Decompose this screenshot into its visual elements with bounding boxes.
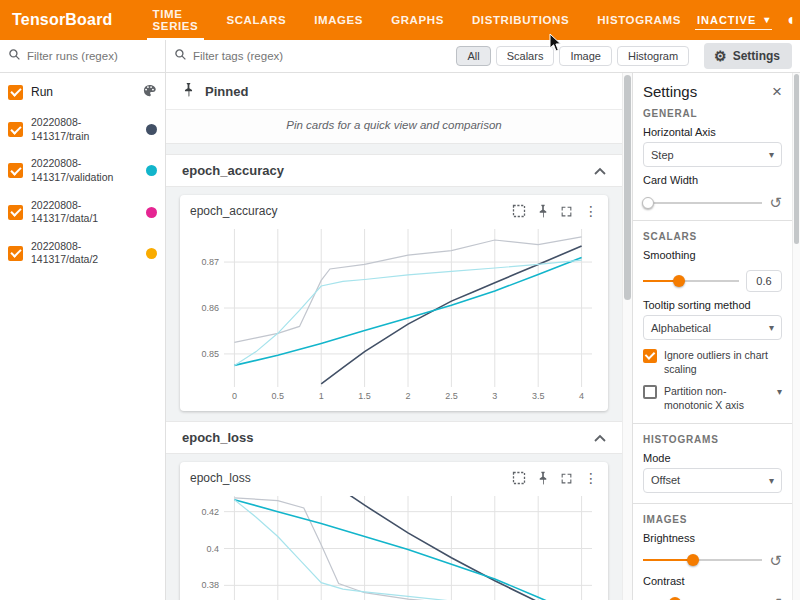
pinned-title: Pinned <box>205 84 248 99</box>
slider-thumb[interactable] <box>673 275 685 287</box>
run-row-data-2[interactable]: 20220808-141317/data/2 <box>0 233 165 274</box>
reset-icon[interactable]: ↺ <box>769 195 782 210</box>
section-title: epoch_loss <box>182 430 254 445</box>
section-header-epoch-loss[interactable]: epoch_loss <box>166 421 622 454</box>
section-title: epoch_accuracy <box>182 163 284 178</box>
brightness-label: Brightness <box>643 532 782 544</box>
pin-icon[interactable] <box>537 204 549 218</box>
run-checkbox[interactable] <box>8 122 23 137</box>
fullscreen-icon[interactable] <box>560 205 573 218</box>
brightness-slider[interactable] <box>643 554 762 566</box>
card-zone: epoch_accuracy <box>166 187 622 421</box>
run-row-validation[interactable]: 20220808-141317/validation <box>0 150 165 191</box>
more-options-icon[interactable]: ⋮ <box>584 203 598 219</box>
chevron-up-icon[interactable] <box>594 163 606 178</box>
histograms-heading: HISTOGRAMS <box>643 434 782 445</box>
cards-main-area: Pinned Pin cards for a quick view and co… <box>166 73 622 600</box>
svg-text:3: 3 <box>492 391 497 401</box>
card-title: epoch_loss <box>190 471 512 485</box>
tab-distributions[interactable]: DISTRIBUTIONS <box>458 0 583 40</box>
fullscreen-icon[interactable] <box>560 472 573 485</box>
run-row-train[interactable]: 20220808-141317/train <box>0 109 165 150</box>
run-color-dot[interactable] <box>146 207 157 218</box>
tab-images[interactable]: IMAGES <box>300 0 377 40</box>
fit-domain-icon[interactable] <box>512 471 526 485</box>
smoothing-slider[interactable] <box>643 275 739 287</box>
divider <box>633 220 792 221</box>
reset-icon[interactable]: ↺ <box>769 596 782 600</box>
chip-all[interactable]: All <box>456 46 490 66</box>
tab-scalars[interactable]: SCALARS <box>212 0 300 40</box>
reset-icon[interactable]: ↺ <box>769 553 782 568</box>
palette-icon[interactable] <box>142 83 157 101</box>
chevron-down-icon: ▾ <box>769 149 774 160</box>
svg-text:0.38: 0.38 <box>201 580 219 590</box>
reload-status-dropdown[interactable]: INACTIVE ▾ <box>695 11 772 30</box>
settings-scrollbar[interactable] <box>792 73 800 600</box>
main-scrollbar[interactable] <box>622 73 632 600</box>
section-header-epoch-accuracy[interactable]: epoch_accuracy <box>166 154 622 187</box>
contrast-slider-row: ↺ <box>643 596 782 600</box>
epoch-accuracy-chart[interactable]: 0.850.860.8700.511.522.533.54 <box>186 221 602 405</box>
svg-text:1.5: 1.5 <box>358 391 371 401</box>
main-scrollbar-thumb[interactable] <box>624 75 631 300</box>
chevron-up-icon[interactable] <box>594 430 606 445</box>
fit-domain-icon[interactable] <box>512 204 526 218</box>
settings-panel: Settings × GENERAL Horizontal Axis Step … <box>632 73 792 600</box>
slider-thumb[interactable] <box>687 554 699 566</box>
run-color-dot[interactable] <box>146 165 157 176</box>
ignore-outliers-checkbox[interactable] <box>643 349 657 363</box>
chip-image[interactable]: Image <box>559 46 612 66</box>
more-options-icon[interactable]: ⋮ <box>584 470 598 486</box>
divider <box>633 503 792 504</box>
ignore-outliers-row[interactable]: Ignore outliers in chart scaling <box>643 349 782 376</box>
select-all-runs-checkbox[interactable] <box>8 85 23 100</box>
smoothing-value-input[interactable] <box>746 270 782 292</box>
run-color-dot[interactable] <box>146 124 157 135</box>
run-checkbox[interactable] <box>8 246 23 261</box>
app-body: Run 20220808-141317/train 20220808-14131… <box>0 40 800 600</box>
chip-histogram[interactable]: Histogram <box>617 46 689 66</box>
tab-time-series[interactable]: TIME SERIES <box>139 0 213 40</box>
ignore-outliers-label: Ignore outliers in chart scaling <box>664 349 782 376</box>
run-row-data-1[interactable]: 20220808-141317/data/1 <box>0 192 165 233</box>
run-checkbox[interactable] <box>8 163 23 178</box>
close-icon[interactable]: × <box>772 83 782 100</box>
horizontal-axis-select[interactable]: Step ▾ <box>643 142 782 167</box>
histogram-mode-select[interactable]: Offset ▾ <box>643 468 782 493</box>
runs-sidebar: Run 20220808-141317/train 20220808-14131… <box>0 40 166 600</box>
svg-text:0.87: 0.87 <box>201 257 219 267</box>
partition-x-axis-checkbox[interactable] <box>643 385 657 399</box>
filter-runs-box <box>0 40 165 73</box>
chip-scalars[interactable]: Scalars <box>496 46 555 66</box>
main-nav-tabs: TIME SERIES SCALARS IMAGES GRAPHS DISTRI… <box>139 0 695 40</box>
smoothing-label: Smoothing <box>643 249 782 261</box>
svg-text:0.5: 0.5 <box>272 391 285 401</box>
general-heading: GENERAL <box>643 108 782 119</box>
card-width-slider[interactable] <box>643 197 762 209</box>
top-header: TensorBoard TIME SERIES SCALARS IMAGES G… <box>0 0 800 40</box>
epoch-loss-chart[interactable]: 0.360.380.40.4200.511.522.533.54 <box>186 488 602 600</box>
run-checkbox[interactable] <box>8 205 23 220</box>
settings-title: Settings <box>643 83 697 100</box>
contrast-theme-icon[interactable]: ◐ <box>787 12 797 28</box>
filter-runs-input[interactable] <box>27 50 157 62</box>
chevron-down-icon: ▾ <box>764 14 770 25</box>
pin-icon[interactable] <box>537 471 549 485</box>
tab-graphs[interactable]: GRAPHS <box>377 0 458 40</box>
card-actions: ⋮ <box>512 470 598 486</box>
slider-thumb[interactable] <box>642 197 654 209</box>
run-color-dot[interactable] <box>146 248 157 259</box>
contrast-label: Contrast <box>643 575 782 587</box>
tab-histograms[interactable]: HISTOGRAMS <box>583 0 695 40</box>
smoothing-slider-row <box>643 270 782 292</box>
chevron-down-icon[interactable]: ▾ <box>777 385 782 398</box>
partition-x-axis-row[interactable]: Partition non-monotonic X axis ▾ <box>643 385 782 412</box>
filter-tags-input[interactable] <box>193 50 451 62</box>
settings-scrollbar-thumb[interactable] <box>794 74 799 244</box>
tooltip-sorting-select[interactable]: Alphabetical ▾ <box>643 315 782 340</box>
card-width-label: Card Width <box>643 174 782 186</box>
settings-button[interactable]: ⚙ Settings <box>704 43 792 69</box>
gear-icon: ⚙ <box>714 48 727 64</box>
scalar-card-epoch-loss: epoch_loss <box>180 462 608 600</box>
